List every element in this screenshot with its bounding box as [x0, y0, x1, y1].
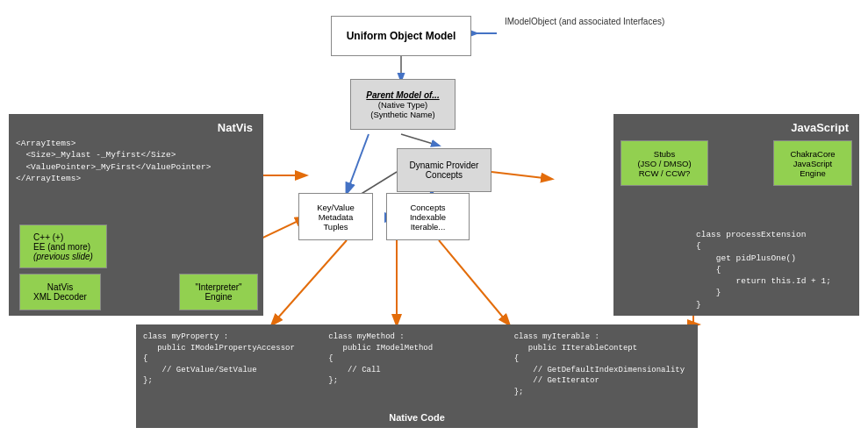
native-code-section: class myProperty : public IModelProperty…: [136, 324, 698, 428]
stubs-box: Stubs(JSO / DMSO)RCW / CCW?: [621, 140, 708, 186]
key-value-box: Key/ValueMetadataTuples: [298, 193, 373, 240]
chakracore-box: ChakraCoreJavaScriptEngine: [773, 140, 852, 186]
svg-line-9: [272, 240, 347, 324]
parent-model-line1: (Native Type): [378, 100, 427, 110]
uniform-object-model-label: Uniform Object Model: [347, 30, 456, 42]
natvis-xml-label: NatVisXML Decoder: [33, 282, 87, 302]
parent-model-box: Parent Model of... (Native Type) (Synthe…: [350, 79, 456, 130]
imodel-object-label: IModelObject (and associated Interfaces): [505, 16, 664, 28]
concepts-indexable-box: ConceptsIndexableIterable...: [386, 193, 470, 240]
native-code-col3: class myIterable : public IIterableConte…: [514, 332, 691, 421]
dynamic-provider-label: Dynamic ProviderConcepts: [410, 160, 479, 180]
uniform-object-model-box: Uniform Object Model: [331, 16, 471, 56]
svg-line-11: [439, 240, 509, 324]
javascript-section: JavaScript Stubs(JSO / DMSO)RCW / CCW? C…: [613, 114, 859, 316]
javascript-code: class processExtension { get pidPlusOne(…: [696, 229, 854, 310]
native-code-text2: class myMethod : public IModelMethod { /…: [328, 332, 505, 387]
parent-model-line2: (Synthetic Name): [370, 110, 434, 119]
native-code-text3: class myIterable : public IIterableConte…: [514, 332, 691, 398]
svg-line-7: [360, 172, 397, 195]
natvis-title: NatVis: [16, 121, 256, 134]
svg-line-5: [347, 134, 369, 193]
cpp-label: C++ (+)EE (and more)(previous slide): [33, 232, 93, 261]
native-code-col1: class myProperty : public IModelProperty…: [143, 332, 319, 421]
dynamic-provider-box: Dynamic ProviderConcepts: [397, 148, 491, 192]
diagram-container: IModelObject (and associated Interfaces)…: [0, 0, 868, 442]
cpp-box: C++ (+)EE (and more)(previous slide): [19, 225, 107, 268]
natvis-code: <ArrayItems> <Size>_Mylast -_Myfirst</Si…: [16, 138, 256, 184]
javascript-code-block: class processExtension { get pidPlusOne(…: [696, 229, 854, 310]
key-value-label: Key/ValueMetadataTuples: [317, 203, 355, 232]
parent-model-title: Parent Model of...: [366, 90, 439, 100]
svg-line-2: [401, 134, 439, 146]
natvis-xml-box: NatVisXML Decoder: [19, 274, 101, 310]
native-code-text1: class myProperty : public IModelProperty…: [143, 332, 319, 387]
native-code-col2: class myMethod : public IModelMethod { /…: [328, 332, 505, 421]
natvis-section: NatVis <ArrayItems> <Size>_Mylast -_Myfi…: [9, 114, 263, 316]
stubs-label: Stubs(JSO / DMSO)RCW / CCW?: [637, 149, 691, 178]
interpreter-label: "Interpreter"Engine: [195, 282, 241, 302]
svg-line-3: [491, 172, 551, 179]
interpreter-box: "Interpreter"Engine: [179, 274, 258, 310]
chakracore-label: ChakraCoreJavaScriptEngine: [790, 149, 835, 178]
concepts-indexable-label: ConceptsIndexableIterable...: [410, 203, 446, 232]
javascript-title: JavaScript: [621, 121, 852, 134]
native-code-label: Native Code: [389, 412, 445, 423]
